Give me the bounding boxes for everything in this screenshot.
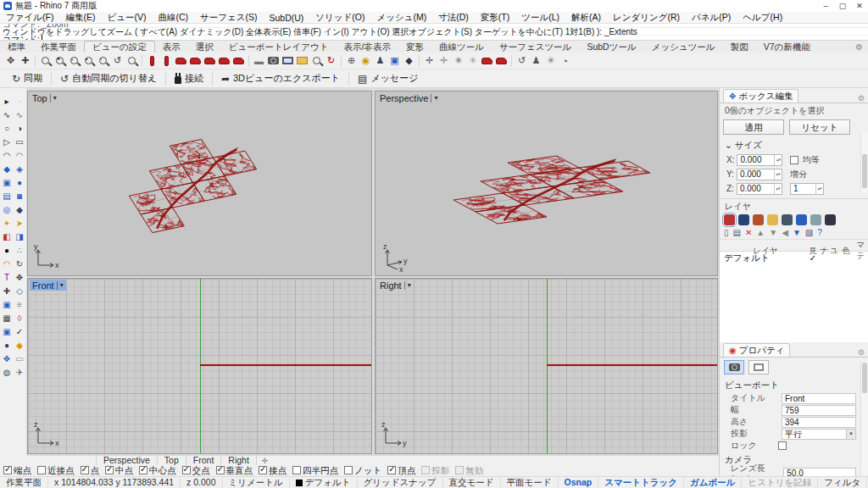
filter-icon[interactable]: ▼ [793,228,801,237]
maximize-button[interactable]: ▢ [834,0,851,12]
checkbox[interactable] [139,466,147,474]
viewport-front-title[interactable]: Front ▾ [30,280,66,291]
close-button[interactable]: ✕ [851,0,868,12]
help-icon[interactable]: ? [817,228,822,237]
menu-item-2[interactable]: 編集(E) [59,12,101,24]
viewport-top[interactable]: Top ▾ y x [27,91,372,276]
checkbox-uniform[interactable] [790,156,798,164]
rotate-tool-icon[interactable]: ↻ [14,258,26,270]
spinner[interactable]: ▴▾ [774,184,782,194]
cplane-selector[interactable]: 作業平面 [0,477,48,488]
place-target-icon[interactable]: ✛ [422,53,437,68]
viewport-top-title[interactable]: Top ▾ [30,92,59,103]
boolean-diff-icon[interactable]: ◨ [14,230,26,243]
display-shaded-icon[interactable] [159,53,174,68]
arc-tool-icon[interactable]: ◑ [14,122,26,135]
ribbon-tab-標準[interactable]: 標準 [0,42,33,53]
osnap-端点[interactable]: 端点 [3,465,31,477]
toggle-平面モード[interactable]: 平面モード [501,477,559,488]
chevron-down-icon[interactable]: ▾ [434,94,437,102]
viewport-right-title[interactable]: Right ▾ [377,280,414,291]
rectangle-tool-icon[interactable]: ▭ [14,136,26,148]
spinner[interactable]: ▴▾ [815,184,823,194]
collapse-icon[interactable]: ◀ [782,228,788,237]
tab-box-edit[interactable]: ✥ ボックス編集 [723,89,798,103]
zoom-lens-icon[interactable] [309,53,324,68]
notifications-panel-icon[interactable] [796,214,807,225]
scale-tool-icon[interactable]: ◇ [14,285,26,297]
osnap-無効[interactable]: 無効 [455,465,483,477]
osnap-交点[interactable]: 交点 [182,465,210,477]
tab-properties[interactable]: ◉ プロパティ [723,343,790,357]
viewport-front[interactable]: Front ▾ z x [27,278,372,454]
extrude-tool-icon[interactable]: ➤ [14,217,26,230]
move-up-icon[interactable]: ▲ [756,228,765,237]
checkbox[interactable] [3,466,12,474]
ribbon-tab-表示/非表示[interactable]: 表示/非表示 [336,42,398,53]
grid-array-icon[interactable]: ▦ [1,312,14,324]
toggle-ヒストリを記録[interactable]: ヒストリを記録 [742,477,818,488]
spinner[interactable]: ▴▾ [774,169,782,180]
zoom-out-icon[interactable]: - [67,53,81,68]
menu-item-8[interactable]: メッシュ(M) [370,12,432,24]
star-view-icon[interactable]: ✳ [451,53,465,68]
box-tool-icon[interactable]: ▣ [1,176,14,189]
checkbox[interactable] [292,466,301,474]
blob-tool-icon[interactable]: ● [1,244,14,257]
toggle-スマートトラック[interactable]: スマートトラック [598,477,684,488]
rotate-view-icon[interactable]: ↻ [324,53,338,68]
button-メッセージ[interactable]: ▤メッセージ [351,70,425,87]
menu-item-12[interactable]: 解析(A) [565,12,607,24]
ribbon-tab-選択[interactable]: 選択 [188,42,221,53]
object-display-icon[interactable]: ▣ [387,53,402,68]
button-同期[interactable]: ↻同期 [5,70,49,87]
box-panel-icon[interactable] [810,214,821,225]
render-tool-icon[interactable]: ◍ [1,366,14,379]
clipping-plane2-icon[interactable] [494,53,509,68]
ribbon-tab-表示[interactable]: 表示 [155,42,188,53]
osnap-投影[interactable]: 投影 [421,465,449,477]
zoom-dynamic-icon[interactable] [38,53,53,68]
named-view-icon[interactable] [295,53,309,68]
point-cloud-icon[interactable]: ∴ [14,244,26,257]
display-ghosted-icon[interactable] [188,53,203,68]
osnap-接点[interactable]: 接点 [259,465,287,477]
surface-corner-icon[interactable]: ◈ [14,163,26,175]
zoom-in-icon[interactable]: + [53,53,67,68]
solid-tool-icon[interactable]: ◆ [14,203,26,216]
display-wireframe-icon[interactable] [145,53,159,68]
viewport-right[interactable]: Right ▾ z y [375,278,718,454]
gear-icon[interactable]: ⚙ [855,42,863,53]
align-tool-icon[interactable]: ≡ [14,298,26,311]
ribbon-tab-曲線ツール[interactable]: 曲線ツール [431,42,492,53]
toggle-グリッドスナップ[interactable]: グリッドスナップ [358,477,443,488]
zoom-selected-icon[interactable]: • [81,53,96,68]
mesh-object-top-view[interactable] [28,92,371,275]
menu-item-5[interactable]: サーフェス(S) [194,12,263,24]
ribbon-tab-製図[interactable]: 製図 [723,42,756,53]
menu-item-1[interactable]: ファイル(F) [0,12,59,24]
walk-mode-icon[interactable]: ♟ [529,53,543,68]
gumball-tool-icon[interactable]: ✥ [1,352,14,365]
button-自動同期の切り替え[interactable]: ↺自動同期の切り替え [53,70,164,87]
display-panel-icon[interactable] [782,214,793,225]
menu-item-13[interactable]: レンダリング(R) [607,12,686,24]
check-tool-icon[interactable]: ✓ [14,325,26,338]
menu-item-11[interactable]: ツール(L) [515,12,565,24]
toggle-フィルタ[interactable]: フィルタ [818,477,867,488]
ribbon-tab-V7の新機能[interactable]: V7の新機能 [756,42,818,53]
mesh-edge-line-front[interactable] [200,364,371,366]
arc2-tool-icon[interactable]: ◠ [14,149,26,162]
layers-panel-icon[interactable] [724,214,735,225]
menu-item-6[interactable]: SubD(U) [263,13,309,23]
fly-tool-icon[interactable]: ✈ [14,366,26,379]
checkbox[interactable] [455,466,464,474]
zoom-target-icon[interactable] [125,53,139,68]
mesh-object-perspective-view[interactable] [376,92,717,275]
viewport-perspective[interactable]: Perspective ▾ z y x [375,91,718,276]
view-clock-icon[interactable]: ◔ [558,53,572,68]
layer-tools-icon[interactable]: ▨ [805,228,813,237]
sun-icon[interactable]: ◉ [359,53,373,68]
display-raytraced-icon[interactable] [217,53,231,68]
layer-visible-check[interactable]: ✓ [807,253,819,263]
